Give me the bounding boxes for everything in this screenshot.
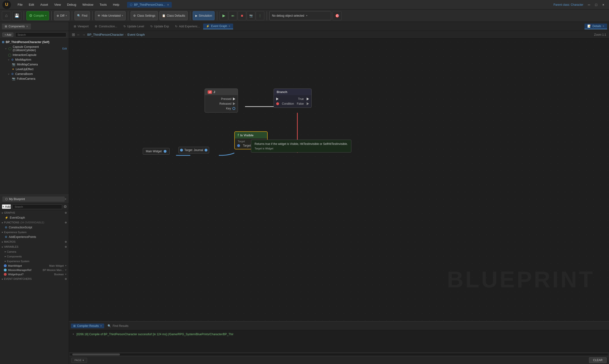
diff-dropdown-arrow[interactable]: ▾ xyxy=(66,14,67,17)
hide-dropdown-arrow[interactable]: ▾ xyxy=(122,14,123,17)
compile-dropdown-arrow[interactable]: ▾ xyxy=(45,14,46,17)
find-button[interactable]: 🔍 Find xyxy=(75,11,90,20)
menu-view[interactable]: View xyxy=(52,2,64,7)
mission-manager-var[interactable]: MissionManagerRef BP Mission Man... ▾ xyxy=(0,268,69,272)
grid-view-icon[interactable]: ⊞ xyxy=(72,32,75,37)
event-graph-item[interactable]: ⚡ EventGraph xyxy=(0,215,69,220)
restore-button[interactable]: □ xyxy=(593,1,599,8)
menu-debug[interactable]: Debug xyxy=(64,2,79,7)
component-search-input[interactable] xyxy=(15,32,66,37)
tab-close-button[interactable]: × xyxy=(167,3,169,7)
stop-button[interactable]: ■ xyxy=(238,11,246,20)
tab-update-level[interactable]: ↻ Update Level xyxy=(121,24,147,29)
hide-unrelated-button[interactable]: 👁 Hide Unrelated ▾ xyxy=(95,11,126,20)
my-blueprint-close[interactable]: × xyxy=(65,197,66,201)
class-defaults-button[interactable]: 📋 Class Defaults xyxy=(159,11,188,20)
variables-add-icon[interactable]: ⊕ xyxy=(65,245,67,248)
graphs-add-icon[interactable]: ⊕ xyxy=(65,211,67,214)
page-button[interactable]: PAGE ▾ xyxy=(71,358,87,363)
functions-add-icon[interactable]: ⊕ xyxy=(65,221,67,224)
main-widget-var[interactable]: MainWidget Main Widget ▾ xyxy=(0,264,69,268)
play-button[interactable]: ▶ xyxy=(220,11,228,20)
branch-node[interactable]: Branch True Condition xyxy=(273,89,312,108)
construction-script-item[interactable]: ⚙ ConstructionScript xyxy=(0,225,69,230)
menu-asset[interactable]: Asset xyxy=(37,2,51,7)
functions-section-header[interactable]: ▸ FUNCTIONS (34 OVERRIDABLE) ⊕ xyxy=(0,220,69,225)
tab-update-exp[interactable]: ↻ Update Exp xyxy=(147,24,172,29)
camera-subsection-header[interactable]: ▸ Camera xyxy=(0,249,69,254)
scrollbar-thumb[interactable] xyxy=(72,353,120,355)
tree-item-interaction[interactable]: ◯ InteractionCapsule xyxy=(0,52,69,57)
menu-tools[interactable]: Tools xyxy=(97,2,109,7)
capsule-edit-link[interactable]: Edit xyxy=(62,47,67,50)
play-next-button[interactable]: ⏭ xyxy=(229,11,237,20)
construction-label: ConstructionScript xyxy=(9,226,32,229)
mybp-search-input[interactable] xyxy=(12,204,62,209)
save-button[interactable]: 💾 xyxy=(12,11,21,20)
tab-viewport[interactable]: ⊞ Viewport xyxy=(71,24,91,29)
back-button[interactable]: ← xyxy=(77,33,80,37)
tab-event-graph[interactable]: ⚡ Event Graph × xyxy=(203,24,233,29)
simulation-button[interactable]: ▶ Simulation xyxy=(193,11,215,20)
components-close[interactable]: × xyxy=(26,25,28,28)
event-graph-tab-close[interactable]: × xyxy=(229,25,230,28)
compile-button[interactable]: ⚙ Compile ▾ xyxy=(26,11,49,20)
settings-icon[interactable]: ⚙ xyxy=(64,204,67,209)
menu-help[interactable]: Help xyxy=(110,2,122,7)
journal-node[interactable]: Target Journal xyxy=(178,147,209,154)
camera-button[interactable]: 📷 xyxy=(247,11,255,20)
exp-system-header[interactable]: ▸ Experience System xyxy=(0,230,69,234)
dispatchers-add-icon[interactable]: ⊕ xyxy=(65,277,67,281)
log-bullet: • xyxy=(73,333,74,336)
graphs-section-header[interactable]: ▸ GRAPHS ⊕ xyxy=(0,210,69,215)
macros-section-header[interactable]: ▸ MACROS ⊕ xyxy=(0,239,69,244)
tree-item-capsule[interactable]: ▿ ◯ Capsule Component (CollisionCylinder… xyxy=(0,44,69,52)
scrollbar-track[interactable] xyxy=(70,353,608,355)
add-mybp-button[interactable]: + Add xyxy=(2,204,11,209)
components-subsection-header[interactable]: ▸ Components xyxy=(0,254,69,259)
class-settings-button[interactable]: ⚙ Class Settings xyxy=(130,11,158,20)
tree-item-follow-camera[interactable]: 📷 FollowCamera xyxy=(0,76,69,81)
minimize-button[interactable]: ─ xyxy=(586,1,592,8)
menu-file[interactable]: File xyxy=(15,2,26,7)
clear-button[interactable]: CLEAR xyxy=(589,357,607,363)
exp-system-sub-header[interactable]: ▸ Experience System xyxy=(0,259,69,264)
find-results-tab[interactable]: 🔍 Find Results xyxy=(105,324,131,328)
breadcrumb-blueprint[interactable]: BP_ThirdPersonCharacter xyxy=(87,33,123,36)
tab-construction[interactable]: ⚙ Construction... xyxy=(92,24,120,29)
tree-item-minimap-camera[interactable]: 📷 MiniMapCamera xyxy=(0,62,69,67)
tab-add-experience[interactable]: ↻ Add Experienc... xyxy=(172,24,203,29)
add-component-button[interactable]: + Add xyxy=(2,33,13,37)
details-tab-close[interactable]: × xyxy=(603,25,604,28)
canvas-container: ⊞ Viewport ⚙ Construction... ↻ Update Le… xyxy=(69,22,609,364)
blueprint-tab[interactable]: ⬡ BP_ThirdPersonChara... × xyxy=(127,2,172,8)
widget-input-var[interactable]: WidgetInput? Boolean ▾ xyxy=(0,272,69,276)
menu-window[interactable]: Window xyxy=(79,2,96,7)
close-button[interactable]: × xyxy=(600,1,607,8)
compiler-results-tab[interactable]: ⊞ Compiler Results × xyxy=(71,324,104,328)
widget-input-var-arrow: ▾ xyxy=(65,273,66,275)
more-options-button[interactable]: ⋮ xyxy=(256,11,264,20)
my-blueprint-tab[interactable]: ⬡ My Blueprint xyxy=(2,196,65,202)
breadcrumb-graph[interactable]: Event Graph xyxy=(128,33,145,36)
blueprint-canvas[interactable]: J J Pressed Released Key xyxy=(69,39,609,321)
menu-edit[interactable]: Edit xyxy=(26,2,37,7)
components-tab[interactable]: ⊞ Components × xyxy=(2,24,31,29)
debug-actor-button[interactable]: 🎯 xyxy=(333,11,342,20)
diff-button[interactable]: ⊕ Diff ▾ xyxy=(54,11,69,20)
variables-section-header[interactable]: ▸ VARIABLES ⊕ xyxy=(0,244,69,249)
tree-item-levelup[interactable]: ✦ LevelUpEffect xyxy=(0,67,69,72)
compiler-tab-close[interactable]: × xyxy=(100,324,102,328)
tree-item-minimap-arm[interactable]: ▿ ⚙ MiniMapArm xyxy=(0,57,69,62)
macros-add-icon[interactable]: ⊕ xyxy=(65,240,67,243)
home-button[interactable]: ⌂ xyxy=(2,11,11,20)
main-widget-node[interactable]: Main Widget xyxy=(143,148,170,155)
add-experience-item[interactable]: ⚙ AddExperiencePoints xyxy=(0,234,69,239)
event-dispatchers-header[interactable]: ▸ EVENT DISPATCHERS ⊕ xyxy=(0,276,69,281)
tree-item-camera-boom[interactable]: ▿ ⚙ CameraBoom xyxy=(0,72,69,76)
tree-root[interactable]: ⊞ BP_ThirdPersonCharacter (Self) xyxy=(0,40,69,44)
j-key-node[interactable]: J J Pressed Released Key xyxy=(205,89,238,113)
debug-object-selector[interactable]: No debug object selected ▾ xyxy=(269,11,331,20)
forward-button[interactable]: → xyxy=(82,33,85,37)
tab-details[interactable]: 📝 Details × xyxy=(584,24,607,29)
